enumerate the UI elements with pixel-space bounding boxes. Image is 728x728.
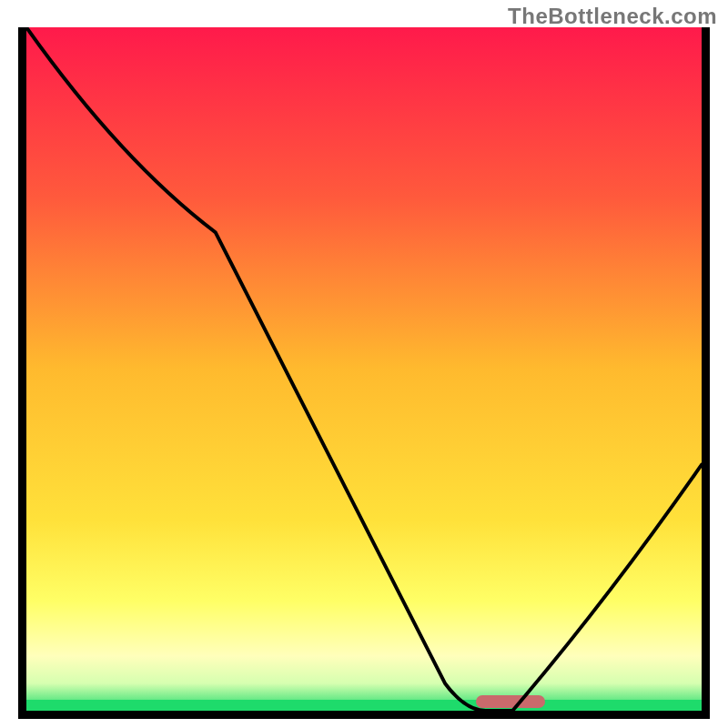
curve-path xyxy=(26,27,702,711)
chart-canvas: TheBottleneck.com xyxy=(0,0,728,728)
chart-frame xyxy=(18,27,710,719)
bottleneck-curve xyxy=(26,27,702,711)
watermark-text: TheBottleneck.com xyxy=(508,4,717,29)
